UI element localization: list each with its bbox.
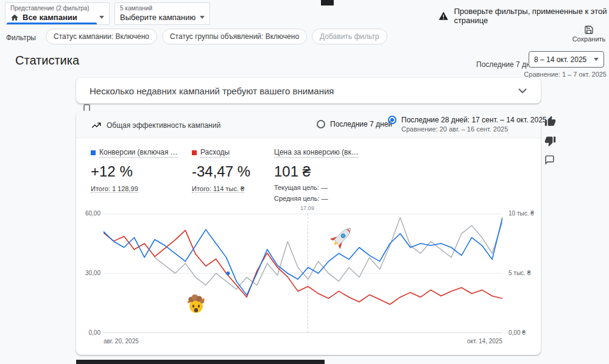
exploding-head-emoji <box>188 295 205 313</box>
comment-icon[interactable] <box>544 155 555 165</box>
radio-28d-label: Последние 28 дней: 17 сент. – 14 окт. 20… <box>401 116 547 124</box>
metric-total: Итого: 114 тыс. ₴ <box>192 185 244 193</box>
chart-canvas <box>104 214 502 333</box>
rocket-emoji <box>329 223 356 250</box>
chevron-down-icon[interactable] <box>518 87 527 94</box>
chart-series-lines <box>104 218 502 305</box>
add-filter-button[interactable]: Добавить фильтр <box>312 29 387 44</box>
chevron-down-icon <box>200 16 205 19</box>
radio-28d-comparison: Сравнение: 20 авг. – 16 сент. 2025 <box>401 125 547 133</box>
metric-label: Конверсии (включая … <box>99 148 178 158</box>
filter-chip-campaign-status[interactable]: Статус кампании: Включено <box>46 29 157 44</box>
metric-current-goal: Текущая цель: — <box>274 184 359 191</box>
x-axis-end-label: окт. 14, 2025 <box>442 338 502 345</box>
filter-chip-adgroup-status[interactable]: Статус группы объявлений: Включено <box>162 29 307 44</box>
x-axis-start-label: авг. 20, 2025 <box>104 338 139 345</box>
comparison-range: Сравнение: 1 – 7 окт. 2025 <box>524 71 607 78</box>
thumbs-up-icon[interactable] <box>544 116 556 127</box>
metric-label: Расходы <box>200 148 230 158</box>
y-axis-left-tick: 60,00 <box>76 210 100 217</box>
banner-text: Несколько недавних кампаний требуют ваше… <box>90 86 334 96</box>
chevron-down-icon <box>99 16 104 19</box>
save-button[interactable]: Сохранить <box>571 25 607 43</box>
metric-value: -34,47 % <box>192 163 250 180</box>
y-axis-right-tick: 0,00 ₴ <box>509 329 526 336</box>
warning-text: Проверьте фильтры, примененные к этой ст… <box>454 7 609 25</box>
partial-hidden-icon <box>83 104 90 111</box>
conversions-legend-swatch <box>91 150 96 155</box>
y-axis-left-tick: 30,00 <box>76 270 100 276</box>
filters-warning: Проверьте фильтры, примененные к этой ст… <box>438 7 609 25</box>
radio-last-7-days[interactable]: Последние 7 дней <box>317 120 392 128</box>
view-selector-value: Все кампании <box>23 13 77 22</box>
date-range-selector[interactable]: 8 – 14 окт. 2025 <box>529 51 604 68</box>
period-divider-label: 17.09 <box>300 205 314 211</box>
metric-average-goal: Средняя цель: — <box>274 195 359 202</box>
metric-cost: Расходы -34,47 % Итого: 114 тыс. ₴ <box>192 148 250 192</box>
chevron-down-icon <box>594 58 599 61</box>
active-tab-indicator <box>7 23 97 24</box>
thumbs-down-icon[interactable] <box>544 135 556 147</box>
radio-on-icon[interactable] <box>388 116 396 124</box>
page-title: Статистика <box>15 54 79 68</box>
y-axis-left-tick: 0,00 <box>76 329 100 336</box>
campaign-selector-label: 5 кампаний <box>120 5 205 12</box>
date-range-value: 8 – 14 окт. 2025 <box>534 55 586 64</box>
campaign-selector[interactable]: 5 кампаний Выберите кампанию <box>114 2 210 25</box>
performance-chart: 60,00 30,00 0,00 10 тыс. ₴ 5 тыс. ₴ 0,00… <box>76 209 541 352</box>
card-header: Общая эффективность кампаний Последние 7… <box>76 111 541 138</box>
metric-total: Итого: 1 128,99 <box>91 185 138 193</box>
filters-label: Фильтры <box>6 33 36 42</box>
radio-off-icon[interactable] <box>317 120 325 128</box>
campaign-selector-value: Выберите кампанию <box>120 13 195 22</box>
view-selector-label: Представление (2 фильтра) <box>10 5 104 12</box>
filter-chips: Статус кампании: Включено Статус группы … <box>46 29 387 44</box>
campaigns-attention-banner[interactable]: Несколько недавних кампаний требуют ваше… <box>76 78 541 103</box>
save-icon <box>584 25 594 35</box>
radio-last-28-days-block[interactable]: Последние 28 дней: 17 сент. – 14 окт. 20… <box>388 116 547 133</box>
cutoff-artifact-top <box>321 0 334 5</box>
metric-cost-per-conversion: Цена за конверсию (вк… 101 ₴ Текущая цел… <box>274 148 359 202</box>
trending-up-icon <box>91 120 102 131</box>
y-axis-right-tick: 5 тыс. ₴ <box>509 270 530 276</box>
cutoff-artifact-bottom <box>76 360 325 364</box>
metric-conversions: Конверсии (включая … +12 % Итого: 1 128,… <box>91 148 178 192</box>
card-feedback-icons <box>544 116 556 165</box>
metric-value: 101 ₴ <box>274 163 359 180</box>
card-title: Общая эффективность кампаний <box>107 121 220 130</box>
performance-card: Общая эффективность кампаний Последние 7… <box>76 111 541 355</box>
view-selector[interactable]: Представление (2 фильтра) Все кампании <box>5 2 110 25</box>
save-label: Сохранить <box>572 35 606 43</box>
home-icon <box>10 13 19 22</box>
warning-icon <box>438 10 448 21</box>
cost-legend-swatch <box>192 150 197 155</box>
metric-label: Цена за конверсию (вк… <box>274 148 359 158</box>
metric-value: +12 % <box>91 163 178 180</box>
y-axis-right-tick: 10 тыс. ₴ <box>509 210 534 217</box>
radio-7d-label: Последние 7 дней <box>330 120 392 128</box>
